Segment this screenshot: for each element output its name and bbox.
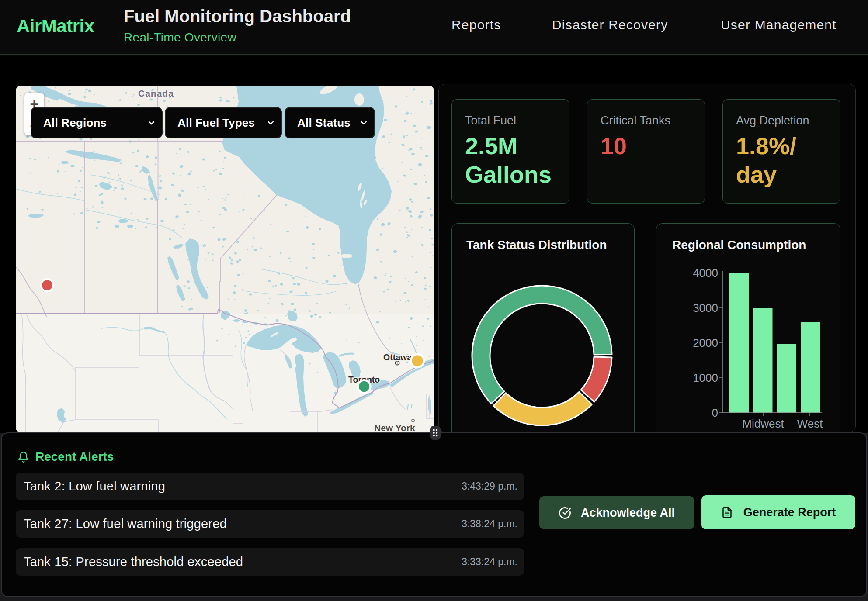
svg-text:2000: 2000 (693, 336, 718, 349)
svg-text:West: West (797, 417, 823, 430)
svg-text:3000: 3000 (693, 301, 718, 314)
svg-text:Ottawa: Ottawa (383, 352, 412, 362)
svg-text:4000: 4000 (693, 266, 718, 280)
svg-text:Midwest: Midwest (742, 417, 784, 430)
svg-text:New York: New York (374, 423, 415, 432)
svg-text:1000: 1000 (693, 371, 718, 384)
svg-text:0: 0 (712, 406, 718, 419)
svg-text:Canada: Canada (138, 88, 174, 98)
